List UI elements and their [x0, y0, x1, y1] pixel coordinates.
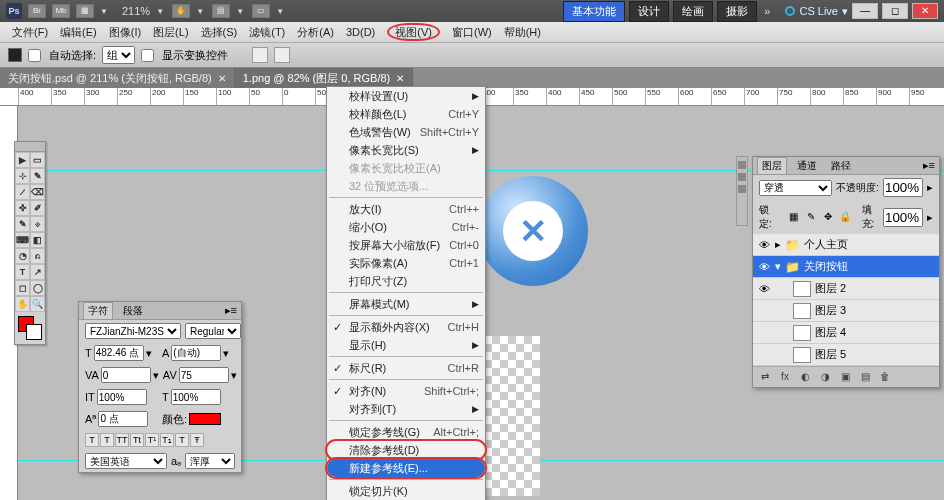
allcaps-button[interactable]: TT: [115, 433, 129, 447]
menu-item[interactable]: 打印尺寸(Z): [327, 272, 485, 290]
workspace-design[interactable]: 设计: [629, 1, 669, 22]
tool-button[interactable]: ⌨: [15, 232, 30, 248]
disclosure-icon[interactable]: ▾: [775, 260, 781, 273]
menu-3d[interactable]: 3D(D): [340, 24, 381, 40]
tool-button[interactable]: T: [15, 264, 30, 280]
layer-row[interactable]: 👁图层 2: [753, 278, 939, 300]
bridge-icon[interactable]: Br: [28, 4, 46, 18]
kerning-input[interactable]: [101, 367, 151, 383]
align-icon[interactable]: [274, 47, 290, 63]
menu-filter[interactable]: 滤镜(T): [243, 23, 291, 42]
visibility-icon[interactable]: 👁: [757, 283, 771, 295]
vscale-input[interactable]: [97, 389, 147, 405]
group-icon[interactable]: ▣: [837, 370, 853, 384]
zoom-level[interactable]: 211%: [122, 5, 150, 17]
smallcaps-button[interactable]: Tt: [130, 433, 144, 447]
close-icon[interactable]: ✕: [218, 73, 226, 84]
tab-paths[interactable]: 路径: [827, 158, 855, 174]
tool-button[interactable]: ▭: [30, 152, 45, 168]
tracking-input[interactable]: [179, 367, 229, 383]
font-style-dropdown[interactable]: Regular: [185, 323, 241, 339]
blend-mode-dropdown[interactable]: 穿透: [759, 180, 832, 196]
tool-button[interactable]: ◻: [15, 280, 30, 296]
menu-help[interactable]: 帮助(H): [498, 23, 547, 42]
menu-item[interactable]: 缩小(O)Ctrl+-: [327, 218, 485, 236]
panel-menu-icon[interactable]: ▸≡: [923, 159, 935, 172]
menu-window[interactable]: 窗口(W): [446, 23, 498, 42]
menu-item[interactable]: ✓显示额外内容(X)Ctrl+H: [327, 318, 485, 336]
dd-icon[interactable]: ▼: [196, 7, 206, 16]
underline-button[interactable]: T: [175, 433, 189, 447]
tool-button[interactable]: ⊹: [15, 168, 30, 184]
superscript-button[interactable]: T¹: [145, 433, 159, 447]
disclosure-icon[interactable]: ▸: [775, 238, 781, 251]
fx-icon[interactable]: fx: [777, 370, 793, 384]
tool-button[interactable]: ◧: [30, 232, 45, 248]
lock-move-icon[interactable]: ✥: [821, 210, 835, 224]
menu-item[interactable]: 新建参考线(E)...: [327, 459, 485, 477]
panel-icon[interactable]: [738, 161, 746, 169]
menu-item[interactable]: 色域警告(W)Shift+Ctrl+Y: [327, 123, 485, 141]
menu-item[interactable]: 放大(I)Ctrl++: [327, 200, 485, 218]
layer-thumbnail[interactable]: [793, 303, 811, 319]
panel-menu-icon[interactable]: ▸≡: [225, 304, 237, 317]
italic-button[interactable]: T: [100, 433, 114, 447]
layer-row[interactable]: 图层 3: [753, 300, 939, 322]
close-button[interactable]: ✕: [912, 3, 938, 19]
lock-transparent-icon[interactable]: ▦: [787, 210, 801, 224]
mini-bridge-icon[interactable]: Mb: [52, 4, 70, 18]
lock-paint-icon[interactable]: ✎: [804, 210, 818, 224]
auto-select-dropdown[interactable]: 组: [102, 46, 135, 64]
cslive-button[interactable]: CS Live ▾: [785, 5, 848, 18]
canvas-area[interactable]: ✕ 校样设置(U)▶校样颜色(L)Ctrl+Y色域警告(W)Shift+Ctrl…: [0, 106, 944, 500]
background-color[interactable]: [26, 324, 42, 340]
tool-button[interactable]: ✜: [15, 200, 30, 216]
auto-select-checkbox[interactable]: [28, 49, 41, 62]
baseline-input[interactable]: [98, 411, 148, 427]
language-dropdown[interactable]: 美国英语: [85, 453, 167, 469]
tool-button[interactable]: ⌫: [30, 184, 45, 200]
tab-layers[interactable]: 图层: [757, 157, 787, 174]
layer-row[interactable]: 图层 5: [753, 344, 939, 366]
workspace-paint[interactable]: 绘画: [673, 1, 713, 22]
workspace-more-icon[interactable]: »: [761, 5, 773, 17]
menu-view[interactable]: 视图(V): [381, 23, 446, 42]
close-icon[interactable]: ✕: [396, 73, 404, 84]
menu-edit[interactable]: 编辑(E): [54, 23, 103, 42]
document-tab-2[interactable]: 1.png @ 82% (图层 0, RGB/8) ✕: [235, 68, 414, 88]
menu-item[interactable]: 像素长宽比(S)▶: [327, 141, 485, 159]
adjustment-icon[interactable]: ◑: [817, 370, 833, 384]
workspace-basic[interactable]: 基本功能: [563, 1, 625, 22]
layer-row[interactable]: 👁▸📁个人主页: [753, 234, 939, 256]
lock-all-icon[interactable]: 🔒: [838, 210, 852, 224]
screen-mode-icon[interactable]: ▭: [252, 4, 270, 18]
collapsed-panel-dock[interactable]: [736, 156, 748, 226]
dd-icon[interactable]: ▼: [156, 7, 166, 16]
font-family-dropdown[interactable]: FZJianZhi-M23S: [85, 323, 181, 339]
tab-character[interactable]: 字符: [83, 302, 113, 319]
dd-icon[interactable]: ▼: [236, 7, 246, 16]
tool-button[interactable]: ✐: [30, 200, 45, 216]
layer-thumbnail[interactable]: [793, 325, 811, 341]
menu-item[interactable]: 校样设置(U)▶: [327, 87, 485, 105]
panel-grip[interactable]: [15, 142, 45, 152]
panel-icon[interactable]: [738, 185, 746, 193]
tab-channels[interactable]: 通道: [793, 158, 821, 174]
menu-item[interactable]: 实际像素(A)Ctrl+1: [327, 254, 485, 272]
subscript-button[interactable]: T₁: [160, 433, 174, 447]
layer-row[interactable]: 图层 4: [753, 322, 939, 344]
menu-image[interactable]: 图像(I): [103, 23, 147, 42]
new-layer-icon[interactable]: ▤: [857, 370, 873, 384]
fill-input[interactable]: [883, 208, 923, 227]
menu-item[interactable]: 校样颜色(L)Ctrl+Y: [327, 105, 485, 123]
tool-button[interactable]: ✋: [15, 296, 30, 312]
antialias-dropdown[interactable]: 浑厚: [185, 453, 235, 469]
hand-icon[interactable]: ✋: [172, 4, 190, 18]
menu-item[interactable]: ✓对齐(N)Shift+Ctrl+;: [327, 382, 485, 400]
menu-item[interactable]: 锁定切片(K): [327, 482, 485, 500]
menu-item[interactable]: 清除参考线(D): [327, 441, 485, 459]
tab-paragraph[interactable]: 段落: [119, 303, 147, 319]
align-icon[interactable]: [252, 47, 268, 63]
minimize-button[interactable]: —: [852, 3, 878, 19]
menu-file[interactable]: 文件(F): [6, 23, 54, 42]
